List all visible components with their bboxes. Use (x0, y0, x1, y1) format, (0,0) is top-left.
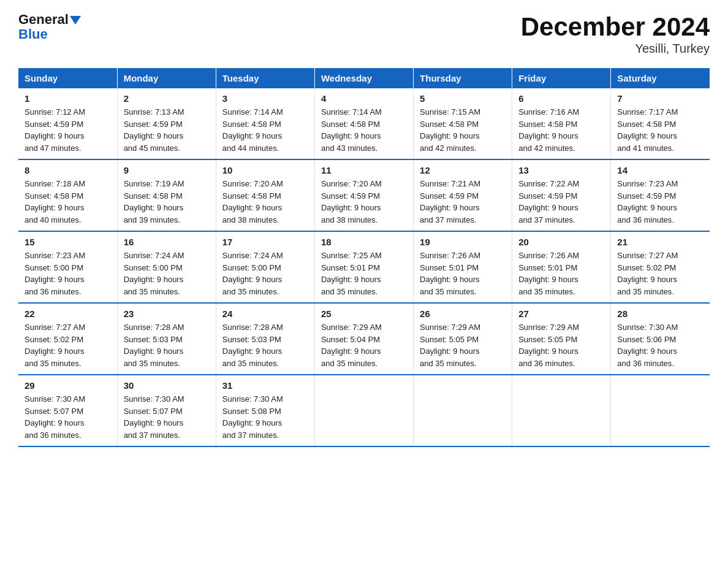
day-info: Sunrise: 7:30 AMSunset: 5:07 PMDaylight:… (124, 393, 210, 441)
day-number: 18 (321, 237, 407, 247)
calendar-cell: 15Sunrise: 7:23 AMSunset: 5:00 PMDayligh… (18, 231, 117, 303)
day-number: 14 (617, 165, 703, 175)
header-row: Sunday Monday Tuesday Wednesday Thursday… (18, 68, 710, 88)
day-info: Sunrise: 7:21 AMSunset: 4:59 PMDaylight:… (420, 178, 506, 226)
day-info: Sunrise: 7:28 AMSunset: 5:03 PMDaylight:… (222, 321, 308, 369)
day-number: 23 (124, 308, 210, 319)
day-info: Sunrise: 7:16 AMSunset: 4:58 PMDaylight:… (518, 106, 604, 154)
calendar-cell: 8Sunrise: 7:18 AMSunset: 4:58 PMDaylight… (18, 159, 117, 231)
day-info: Sunrise: 7:20 AMSunset: 4:58 PMDaylight:… (222, 178, 308, 226)
calendar-cell: 2Sunrise: 7:13 AMSunset: 4:59 PMDaylight… (117, 88, 216, 159)
day-info: Sunrise: 7:26 AMSunset: 5:01 PMDaylight:… (420, 250, 506, 297)
day-number: 27 (518, 308, 604, 319)
calendar-cell: 4Sunrise: 7:14 AMSunset: 4:58 PMDaylight… (314, 88, 413, 159)
calendar-cell: 18Sunrise: 7:25 AMSunset: 5:01 PMDayligh… (314, 231, 413, 303)
calendar-cell: 30Sunrise: 7:30 AMSunset: 5:07 PMDayligh… (117, 375, 216, 446)
calendar-week-5: 29Sunrise: 7:30 AMSunset: 5:07 PMDayligh… (18, 375, 710, 446)
day-info: Sunrise: 7:28 AMSunset: 5:03 PMDaylight:… (124, 321, 210, 369)
day-info: Sunrise: 7:19 AMSunset: 4:58 PMDaylight:… (124, 178, 210, 226)
day-number: 24 (222, 308, 308, 319)
day-info: Sunrise: 7:27 AMSunset: 5:02 PMDaylight:… (25, 321, 111, 369)
day-info: Sunrise: 7:15 AMSunset: 4:58 PMDaylight:… (420, 106, 506, 154)
calendar-table: Sunday Monday Tuesday Wednesday Thursday… (18, 68, 710, 447)
col-thursday: Thursday (414, 68, 512, 88)
day-number: 20 (518, 237, 604, 247)
day-info: Sunrise: 7:14 AMSunset: 4:58 PMDaylight:… (222, 106, 308, 154)
calendar-cell: 21Sunrise: 7:27 AMSunset: 5:02 PMDayligh… (611, 231, 710, 303)
day-number: 16 (124, 237, 210, 247)
day-info: Sunrise: 7:25 AMSunset: 5:01 PMDaylight:… (321, 250, 407, 297)
col-saturday: Saturday (611, 68, 710, 88)
calendar-cell: 7Sunrise: 7:17 AMSunset: 4:58 PMDaylight… (611, 88, 710, 159)
calendar-cell: 31Sunrise: 7:30 AMSunset: 5:08 PMDayligh… (216, 375, 314, 446)
calendar-week-1: 1Sunrise: 7:12 AMSunset: 4:59 PMDaylight… (18, 88, 710, 159)
calendar-cell: 9Sunrise: 7:19 AMSunset: 4:58 PMDaylight… (117, 159, 216, 231)
day-info: Sunrise: 7:24 AMSunset: 5:00 PMDaylight:… (222, 250, 308, 297)
day-number: 22 (25, 308, 111, 319)
day-number: 4 (321, 93, 407, 104)
calendar-cell: 25Sunrise: 7:29 AMSunset: 5:04 PMDayligh… (314, 303, 413, 375)
calendar-cell: 12Sunrise: 7:21 AMSunset: 4:59 PMDayligh… (414, 159, 512, 231)
calendar-cell: 16Sunrise: 7:24 AMSunset: 5:00 PMDayligh… (117, 231, 216, 303)
day-info: Sunrise: 7:18 AMSunset: 4:58 PMDaylight:… (25, 178, 111, 226)
day-number: 12 (420, 165, 506, 175)
calendar-subtitle: Yesilli, Turkey (521, 42, 710, 56)
title-block: December 2024 Yesilli, Turkey (521, 12, 710, 56)
day-number: 3 (222, 93, 308, 104)
calendar-cell: 11Sunrise: 7:20 AMSunset: 4:59 PMDayligh… (314, 159, 413, 231)
col-monday: Monday (117, 68, 216, 88)
day-info: Sunrise: 7:24 AMSunset: 5:00 PMDaylight:… (124, 250, 210, 297)
day-number: 1 (25, 93, 111, 104)
day-info: Sunrise: 7:30 AMSunset: 5:06 PMDaylight:… (617, 321, 703, 369)
calendar-cell: 5Sunrise: 7:15 AMSunset: 4:58 PMDaylight… (414, 88, 512, 159)
day-number: 31 (222, 380, 308, 391)
calendar-cell (314, 375, 413, 446)
calendar-cell: 6Sunrise: 7:16 AMSunset: 4:58 PMDaylight… (512, 88, 611, 159)
col-sunday: Sunday (18, 68, 117, 88)
day-number: 17 (222, 237, 308, 247)
day-info: Sunrise: 7:23 AMSunset: 4:59 PMDaylight:… (617, 178, 703, 226)
calendar-cell: 24Sunrise: 7:28 AMSunset: 5:03 PMDayligh… (216, 303, 314, 375)
col-wednesday: Wednesday (314, 68, 413, 88)
day-number: 28 (617, 308, 703, 319)
day-info: Sunrise: 7:13 AMSunset: 4:59 PMDaylight:… (124, 106, 210, 154)
calendar-header: Sunday Monday Tuesday Wednesday Thursday… (18, 68, 710, 88)
day-number: 26 (420, 308, 506, 319)
calendar-cell: 26Sunrise: 7:29 AMSunset: 5:05 PMDayligh… (414, 303, 512, 375)
calendar-cell: 14Sunrise: 7:23 AMSunset: 4:59 PMDayligh… (611, 159, 710, 231)
day-number: 25 (321, 308, 407, 319)
page-header: General Blue December 2024 Yesilli, Turk… (18, 12, 710, 56)
calendar-cell: 17Sunrise: 7:24 AMSunset: 5:00 PMDayligh… (216, 231, 314, 303)
logo-blue-text: Blue (18, 27, 81, 42)
calendar-cell (414, 375, 512, 446)
day-number: 9 (124, 165, 210, 175)
day-info: Sunrise: 7:29 AMSunset: 5:05 PMDaylight:… (518, 321, 604, 369)
day-info: Sunrise: 7:27 AMSunset: 5:02 PMDaylight:… (617, 250, 703, 297)
calendar-cell: 23Sunrise: 7:28 AMSunset: 5:03 PMDayligh… (117, 303, 216, 375)
day-number: 13 (518, 165, 604, 175)
calendar-cell: 19Sunrise: 7:26 AMSunset: 5:01 PMDayligh… (414, 231, 512, 303)
day-info: Sunrise: 7:26 AMSunset: 5:01 PMDaylight:… (518, 250, 604, 297)
day-info: Sunrise: 7:20 AMSunset: 4:59 PMDaylight:… (321, 178, 407, 226)
logo-triangle-icon (70, 16, 81, 25)
calendar-cell: 28Sunrise: 7:30 AMSunset: 5:06 PMDayligh… (611, 303, 710, 375)
day-number: 21 (617, 237, 703, 247)
calendar-week-3: 15Sunrise: 7:23 AMSunset: 5:00 PMDayligh… (18, 231, 710, 303)
logo-general-text: General (18, 12, 69, 27)
day-number: 19 (420, 237, 506, 247)
day-number: 10 (222, 165, 308, 175)
calendar-cell: 3Sunrise: 7:14 AMSunset: 4:58 PMDaylight… (216, 88, 314, 159)
calendar-cell (611, 375, 710, 446)
day-info: Sunrise: 7:29 AMSunset: 5:04 PMDaylight:… (321, 321, 407, 369)
day-number: 6 (518, 93, 604, 104)
day-info: Sunrise: 7:22 AMSunset: 4:59 PMDaylight:… (518, 178, 604, 226)
day-number: 7 (617, 93, 703, 104)
day-number: 2 (124, 93, 210, 104)
day-number: 30 (124, 380, 210, 391)
calendar-cell: 29Sunrise: 7:30 AMSunset: 5:07 PMDayligh… (18, 375, 117, 446)
calendar-cell (512, 375, 611, 446)
day-number: 11 (321, 165, 407, 175)
calendar-cell: 13Sunrise: 7:22 AMSunset: 4:59 PMDayligh… (512, 159, 611, 231)
day-info: Sunrise: 7:30 AMSunset: 5:07 PMDaylight:… (25, 393, 111, 441)
calendar-week-2: 8Sunrise: 7:18 AMSunset: 4:58 PMDaylight… (18, 159, 710, 231)
